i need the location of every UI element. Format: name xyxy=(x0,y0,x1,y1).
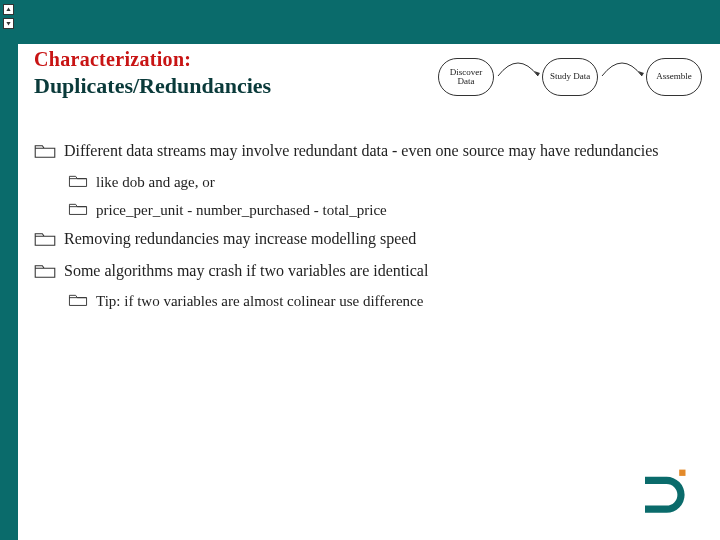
list-item: Different data streams may involve redun… xyxy=(34,140,692,162)
list-item: like dob and age, or xyxy=(34,172,692,192)
bullet-text: Removing redundancies may increase model… xyxy=(64,228,692,250)
title-line-1: Characterization: xyxy=(34,48,271,71)
workflow-node-discover: Discover Data xyxy=(438,58,494,96)
slide-body: Different data streams may involve redun… xyxy=(34,140,692,320)
title-line-2: Duplicates/Redundancies xyxy=(34,73,271,99)
bullet-text: price_per_unit - number_purchased - tota… xyxy=(96,200,692,220)
workflow-node-study: Study Data xyxy=(542,58,598,96)
workflow-arrow-icon xyxy=(496,56,540,78)
list-item: price_per_unit - number_purchased - tota… xyxy=(34,200,692,220)
bullet-text: Different data streams may involve redun… xyxy=(64,140,692,162)
list-item: Removing redundancies may increase model… xyxy=(34,228,692,250)
arrow-up-icon[interactable] xyxy=(3,4,14,15)
folder-icon xyxy=(68,202,88,216)
bullet-text: Tip: if two variables are almost colinea… xyxy=(96,291,692,311)
svg-point-1 xyxy=(659,490,668,499)
brand-logo-icon xyxy=(636,466,690,520)
list-item: Some algorithms may crash if two variabl… xyxy=(34,260,692,282)
folder-icon xyxy=(34,143,56,159)
header-banner xyxy=(0,0,720,44)
list-item: Tip: if two variables are almost colinea… xyxy=(34,291,692,311)
bullet-text: Some algorithms may crash if two variabl… xyxy=(64,260,692,282)
slide-title: Characterization: Duplicates/Redundancie… xyxy=(34,48,271,99)
left-accent-stripe xyxy=(0,0,18,540)
workflow-arrow-icon xyxy=(600,56,644,78)
folder-icon xyxy=(68,293,88,307)
arrow-down-icon[interactable] xyxy=(3,18,14,29)
folder-icon xyxy=(68,174,88,188)
folder-icon xyxy=(34,231,56,247)
bullet-text: like dob and age, or xyxy=(96,172,692,192)
folder-icon xyxy=(34,263,56,279)
workflow-diagram: Discover Data Study Data Assemble xyxy=(438,58,702,96)
workflow-node-assemble: Assemble xyxy=(646,58,702,96)
svg-rect-0 xyxy=(679,470,685,476)
